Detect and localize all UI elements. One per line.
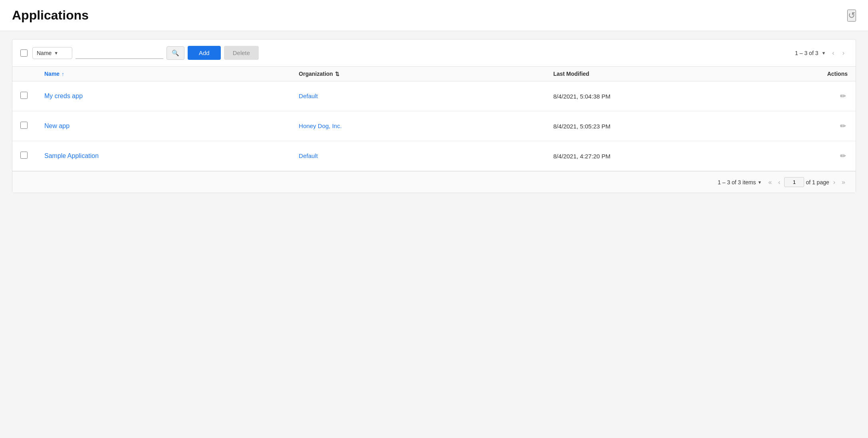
page-number-input[interactable]: [784, 177, 804, 187]
search-input[interactable]: [75, 47, 163, 59]
main-content: Name ▼ 🔍 Add Delete 1 – 3 of 3 ▼ ‹ › Nam…: [0, 31, 868, 201]
column-header-actions: Actions: [808, 71, 848, 77]
pagination-nav: ‹ ›: [829, 48, 848, 58]
select-all-checkbox[interactable]: [20, 49, 28, 57]
row-org-cell-2: Default: [299, 152, 553, 160]
table-header: Name ↑ Organization ⇅ Last Modified Acti…: [12, 67, 856, 81]
prev-page-button[interactable]: ‹: [829, 48, 837, 58]
row-org-link-2[interactable]: Default: [299, 152, 318, 159]
items-info: 1 – 3 of 3 items ▼: [718, 179, 762, 185]
row-name-cell-2: Sample Application: [44, 152, 299, 160]
first-page-button[interactable]: «: [766, 178, 774, 187]
table-row: New app Honey Dog, Inc. 8/4/2021, 5:05:2…: [12, 111, 856, 141]
sort-org-icon: ⇅: [335, 71, 339, 77]
toolbar: Name ▼ 🔍 Add Delete 1 – 3 of 3 ▼ ‹ ›: [12, 39, 856, 67]
col-actions-label: Actions: [827, 71, 848, 77]
next-page-button[interactable]: ›: [839, 48, 848, 58]
history-button[interactable]: ↺: [847, 10, 856, 22]
search-button[interactable]: 🔍: [166, 46, 184, 60]
next-page-footer-button[interactable]: ›: [831, 178, 838, 187]
col-modified-label: Last Modified: [553, 71, 589, 77]
row-checkbox-cell: [20, 122, 44, 130]
page-title: Applications: [12, 8, 89, 23]
row-actions-1: ✏: [808, 120, 848, 132]
row-checkbox-1[interactable]: [20, 122, 28, 129]
table-row: Sample Application Default 8/4/2021, 4:2…: [12, 141, 856, 171]
row-name-cell-0: My creds app: [44, 93, 299, 100]
header-checkbox-spacer: [20, 71, 44, 77]
applications-table-container: Name ▼ 🔍 Add Delete 1 – 3 of 3 ▼ ‹ › Nam…: [12, 39, 856, 193]
row-modified-2: 8/4/2021, 4:27:20 PM: [553, 153, 808, 160]
pagination-info: 1 – 3 of 3 ▼ ‹ ›: [795, 48, 848, 58]
row-modified-0: 8/4/2021, 5:04:38 PM: [553, 93, 808, 100]
column-header-organization[interactable]: Organization ⇅: [299, 71, 553, 77]
pagination-text: 1 – 3 of 3: [795, 50, 818, 56]
edit-button-1[interactable]: ✏: [838, 120, 848, 132]
col-org-label: Organization: [299, 71, 333, 77]
col-name-label: Name: [44, 71, 59, 77]
row-actions-0: ✏: [808, 90, 848, 102]
add-button[interactable]: Add: [188, 46, 221, 60]
row-checkbox-cell: [20, 92, 44, 101]
pagination-dropdown-arrow[interactable]: ▼: [821, 51, 826, 55]
row-checkbox-2[interactable]: [20, 152, 28, 159]
sort-asc-icon: ↑: [61, 71, 64, 77]
column-header-name[interactable]: Name ↑: [44, 71, 299, 77]
table-row: My creds app Default 8/4/2021, 5:04:38 P…: [12, 81, 856, 111]
last-page-button[interactable]: »: [839, 178, 848, 187]
delete-button[interactable]: Delete: [224, 46, 259, 60]
prev-page-footer-button[interactable]: ‹: [776, 178, 783, 187]
row-org-cell-1: Honey Dog, Inc.: [299, 122, 553, 130]
row-org-link-0[interactable]: Default: [299, 93, 318, 99]
footer-nav: « ‹ of 1 page › »: [766, 177, 848, 187]
table-footer: 1 – 3 of 3 items ▼ « ‹ of 1 page › »: [12, 171, 856, 193]
items-dropdown-arrow[interactable]: ▼: [757, 180, 762, 185]
row-org-link-1[interactable]: Honey Dog, Inc.: [299, 122, 342, 129]
edit-button-0[interactable]: ✏: [838, 90, 848, 102]
row-name-link-1[interactable]: New app: [44, 122, 69, 129]
filter-label: Name: [37, 50, 52, 56]
row-modified-1: 8/4/2021, 5:05:23 PM: [553, 123, 808, 130]
filter-dropdown-arrow: ▼: [54, 51, 58, 55]
filter-select[interactable]: Name ▼: [32, 47, 72, 59]
row-checkbox-0[interactable]: [20, 92, 28, 99]
row-name-cell-1: New app: [44, 122, 299, 130]
row-actions-2: ✏: [808, 150, 848, 162]
row-checkbox-cell: [20, 152, 44, 160]
column-header-last-modified: Last Modified: [553, 71, 808, 77]
row-org-cell-0: Default: [299, 93, 553, 100]
page-header: Applications ↺: [0, 0, 868, 31]
row-name-link-2[interactable]: Sample Application: [44, 152, 99, 159]
page-of-label: of 1 page: [806, 179, 829, 185]
row-name-link-0[interactable]: My creds app: [44, 93, 83, 99]
items-range: 1 – 3 of 3 items: [718, 179, 756, 185]
edit-button-2[interactable]: ✏: [838, 150, 848, 162]
